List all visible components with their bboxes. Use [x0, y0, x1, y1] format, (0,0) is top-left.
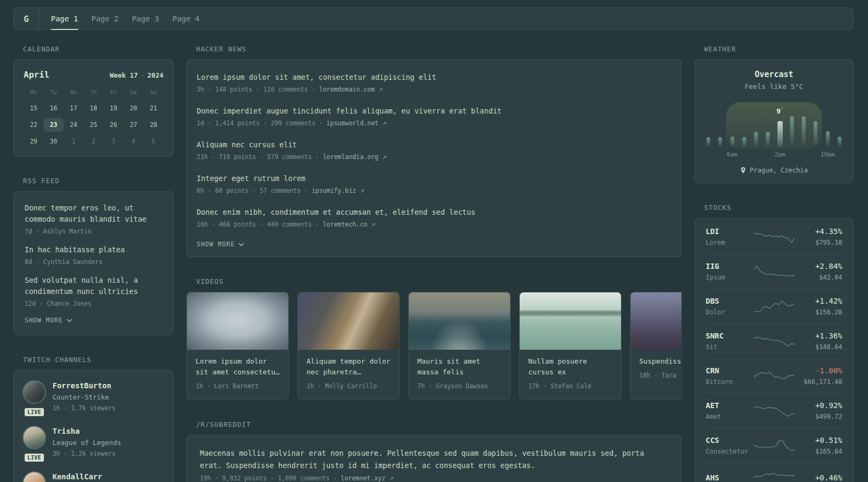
rss-item-title[interactable]: Sed volutpat nulla nisl, a condimentum n… — [25, 275, 162, 297]
video-title[interactable]: Nullam posuere cursus ex — [528, 356, 612, 378]
tab-page-3[interactable]: Page 3 — [132, 8, 159, 29]
calendar-day: 4 — [123, 134, 143, 148]
story-domain-link[interactable]: ipsumworld.net — [326, 119, 378, 127]
stock-sparkline — [754, 438, 795, 454]
tab-page-4[interactable]: Page 4 — [173, 8, 200, 29]
video-card: Lorem ipsum dolor sit amet consectetu…1h… — [186, 292, 289, 400]
rss-show-more-button[interactable]: SHOW MORE — [25, 317, 162, 324]
stock-change: +1.36% — [800, 330, 843, 341]
daytime-highlight — [726, 102, 822, 148]
concrete-towers-sky-thumbnail[interactable] — [187, 292, 288, 350]
stock-sparkline — [754, 368, 795, 384]
stock-change: +1.42% — [800, 296, 843, 306]
external-link-icon: ↗ — [389, 476, 393, 481]
weather-bar — [838, 137, 842, 147]
rss-widget: Donec tempor eros leo, ut commodo mauris… — [13, 191, 174, 335]
section-label-videos: VIDEOS — [196, 277, 682, 285]
hands-holding-camera-thumbnail[interactable] — [298, 292, 399, 350]
stock-values: -1.00%$66,171.48 — [800, 365, 843, 387]
stock-change: +0.46% — [800, 472, 843, 482]
stock-row: CRNBitcorn-1.00%$66,171.48 — [706, 358, 842, 393]
tab-page-1[interactable]: Page 1 — [51, 8, 78, 29]
canoe-on-foggy-lake-thumbnail[interactable] — [520, 292, 621, 350]
stock-change: -1.00% — [800, 365, 843, 376]
twitch-channel-name[interactable]: KendallCarr — [53, 471, 102, 482]
rss-item-meta: 7d · Ashlyn Martin — [25, 227, 162, 236]
weather-tick-label: 6am — [727, 151, 738, 158]
weather-bar — [802, 116, 806, 147]
stock-id: AETAmet — [706, 400, 749, 421]
video-meta: 1h · Molly Carrillo — [306, 382, 391, 391]
boat-wake-city-skyline-thumbnail[interactable] — [409, 292, 510, 350]
post-domain-link[interactable]: loremnet.xyz — [341, 475, 385, 482]
rss-item-meta: 8d · Cynthia Saunders — [25, 257, 162, 267]
stock-values: +0.51%$165.84 — [800, 435, 843, 456]
separator-dot: · — [330, 475, 341, 482]
stock-sparkline — [754, 333, 795, 349]
hn-story-title[interactable]: Donec imperdiet augue tincidunt felis al… — [197, 106, 671, 117]
stock-row: CCSConsectetur+0.51%$165.84 — [706, 428, 842, 463]
header: G Page 1Page 2Page 3Page 4 — [13, 7, 854, 30]
weather-tick-labels: 6am2pm10pm — [707, 151, 842, 159]
story-domain-link[interactable]: ipsumify.biz — [312, 187, 356, 194]
weather-chart: 9° — [707, 97, 842, 147]
stock-id: IIGIpsum — [706, 261, 749, 282]
separator-dot: · — [316, 119, 327, 127]
calendar-section: CALENDAR April Week 17·2024 MoTuWeThFrSa… — [13, 45, 174, 156]
story-domain-link[interactable]: loremdomain.com — [319, 86, 375, 93]
video-title[interactable]: Mauris sit amet massa felis — [417, 356, 502, 378]
videos-section: VIDEOS Lorem ipsum dolor sit amet consec… — [186, 277, 682, 400]
video-title[interactable]: Lorem ipsum dolor sit amet consectetu… — [196, 356, 280, 378]
twitch-channel[interactable]: LIVEForrestBurtonCounter-Strike1h · 1.7k… — [23, 380, 164, 413]
stock-ticker: AHS — [706, 472, 749, 482]
stock-name: Bitcorn — [706, 377, 749, 387]
hn-story-title[interactable]: Donec enim nibh, condimentum et accumsan… — [197, 207, 671, 218]
calendar-month: April — [24, 70, 49, 80]
separator-dot: · — [312, 221, 323, 228]
hn-story: Aliquam nec cursus elit21h · 710 points … — [197, 139, 671, 162]
stock-ticker: DBS — [706, 296, 749, 306]
tab-page-2[interactable]: Page 2 — [92, 8, 119, 29]
video-title[interactable]: Aliquam tempor dolor nec pharetra… — [306, 356, 391, 378]
stock-values: +2.84%$42.04 — [800, 261, 843, 282]
rss-item-title[interactable]: In hac habitasse platea — [25, 244, 162, 255]
calendar-day: 21 — [144, 101, 163, 115]
stock-price: $795.18 — [800, 238, 843, 247]
calendar-day: 30 — [43, 134, 63, 148]
app-logo[interactable]: G — [14, 8, 39, 29]
stock-ticker: IIG — [706, 261, 749, 272]
stock-price: $165.84 — [800, 447, 843, 456]
twitch-channel-name[interactable]: Trisha — [53, 426, 121, 436]
hn-story-meta-text: 6h · 60 points · 57 comments — [197, 187, 301, 194]
hacker-news-widget: Lorem ipsum dolor sit amet, consectetur … — [186, 59, 682, 257]
calendar-day: 29 — [24, 134, 43, 148]
hn-story-title[interactable]: Integer eget rutrum lorem — [197, 173, 671, 184]
video-card: Mauris sit amet massa felis7h · Grayson … — [408, 292, 511, 400]
reddit-post-meta: 19h · 9,932 points · 1,090 comments · lo… — [200, 473, 668, 482]
stock-id: CCSConsectetur — [706, 435, 749, 456]
twitch-channel[interactable]: KendallCarr — [23, 471, 164, 482]
stock-row: DBSDolor+1.42%$156.28 — [706, 289, 842, 323]
hn-show-more-button[interactable]: SHOW MORE — [197, 240, 671, 248]
forrest-portrait-image — [23, 380, 46, 404]
hn-story-title[interactable]: Lorem ipsum dolor sit amet, consectetur … — [197, 72, 671, 83]
rss-item-title[interactable]: Donec tempor eros leo, ut commodo mauris… — [25, 202, 162, 225]
reddit-post-title[interactable]: Maecenas mollis pulvinar erat non posuer… — [200, 447, 668, 472]
twitch-channel-name[interactable]: ForrestBurton — [53, 380, 116, 391]
weather-current-temp: 9° — [776, 107, 783, 115]
story-domain-link[interactable]: loremtech.co — [323, 221, 367, 228]
hn-story-title[interactable]: Aliquam nec cursus elit — [197, 139, 671, 150]
story-domain-link[interactable]: loremlandia.org — [323, 153, 378, 161]
twitch-game-title: League of Legends — [53, 438, 121, 448]
stocks-widget: LDILorem+4.35%$795.18IIGIpsum+2.84%$42.0… — [694, 218, 854, 482]
video-title[interactable]: Suspendisse diam — [639, 356, 682, 367]
weekday-label: We — [64, 88, 84, 96]
calendar-day: 18 — [84, 101, 103, 115]
twitch-channel[interactable]: LIVETrishaLeague of Legends3h · 1.2k vie… — [23, 426, 164, 458]
foggy-field-silhouette-thumbnail[interactable] — [631, 292, 682, 350]
external-link-icon: ↗ — [382, 120, 386, 126]
stock-name: Consectetur — [706, 447, 749, 456]
weekday-label: Sa — [123, 88, 143, 96]
twitch-channel-info: KendallCarr — [53, 471, 102, 482]
stock-sparkline — [754, 229, 795, 245]
